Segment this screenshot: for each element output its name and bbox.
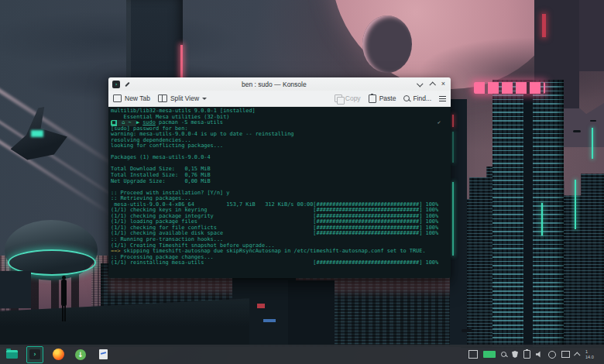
taskbar: 1 14.0 [0, 345, 604, 364]
clipboard-icon[interactable] [523, 350, 530, 359]
green-indicator[interactable] [483, 351, 496, 358]
find-icon [403, 95, 410, 101]
wallpaper-flying-vehicle [573, 130, 581, 132]
wallpaper-roof-structure [0, 271, 31, 308]
terminal-line: (1/1) reinstalling mesa-utils [#########… [111, 260, 451, 266]
wallpaper-tower-windows [492, 80, 564, 347]
titlebar[interactable]: ben : sudo — Konsole × [108, 77, 451, 91]
wallpaper-roof-light [257, 304, 265, 308]
pin-icon [125, 81, 129, 86]
find-button[interactable]: Find... [403, 94, 431, 102]
wallpaper-pink-neon-sign [474, 82, 545, 94]
find-label: Find... [413, 94, 431, 102]
volume-icon[interactable] [536, 351, 543, 358]
split-view-label: Split View [170, 94, 199, 102]
wallpaper-teal-neon [541, 203, 543, 235]
maximize-button[interactable] [429, 81, 435, 88]
taskbar-item-document[interactable] [95, 347, 111, 362]
wallpaper-teal-neon [452, 182, 454, 256]
pager-icon[interactable] [468, 350, 478, 359]
firefox-icon [53, 349, 64, 360]
new-tab-label: New Tab [125, 94, 150, 102]
wallpaper-roof-light [263, 319, 276, 322]
terminal-line: Net Upgrade Size: 0,00 MiB [111, 179, 451, 185]
key-icon[interactable] [501, 352, 506, 357]
hamburger-menu-icon [439, 96, 446, 101]
wallpaper-teal-neon [452, 132, 454, 163]
wallpaper-crescent-moon [362, 15, 412, 73]
window-title: ben : sudo — Konsole [133, 81, 415, 88]
paste-label: Paste [379, 94, 396, 102]
wallpaper-roof-structure [288, 280, 335, 345]
display-icon[interactable] [561, 351, 570, 358]
wallpaper-tower [579, 0, 604, 71]
konsole-icon [29, 349, 40, 359]
clock-line2: 14.0 [585, 355, 594, 359]
konsole-window: ben : sudo — Konsole × New Tab Split Vie… [108, 77, 451, 278]
document-icon [99, 349, 108, 359]
files-icon [6, 350, 18, 359]
wallpaper-spaceship-glow [31, 130, 43, 137]
wallpaper-teal-neon [575, 180, 576, 229]
copy-button[interactable]: Copy [335, 94, 361, 102]
chevron-down-icon [202, 98, 207, 100]
wallpaper-red-neon [452, 115, 454, 127]
updater-icon [75, 349, 86, 360]
new-tab-icon [113, 94, 122, 102]
menu-button[interactable] [439, 96, 446, 101]
split-view-button[interactable]: Split View [158, 94, 207, 102]
taskbar-item-files[interactable] [4, 347, 19, 362]
taskbar-item-updater[interactable] [73, 347, 88, 362]
close-button[interactable]: × [441, 81, 445, 88]
wallpaper-person-silhouette [62, 305, 66, 321]
new-tab-button[interactable]: New Tab [113, 94, 150, 102]
network-icon[interactable] [548, 351, 556, 359]
wallpaper-person-silhouette [61, 280, 67, 306]
taskbar-item-konsole-active[interactable] [26, 346, 43, 363]
toolbar: New Tab Split View Copy Paste Find... [108, 91, 451, 107]
wallpaper-flying-vehicle [462, 329, 472, 332]
copy-icon [335, 94, 342, 102]
wallpaper-teal-neon [592, 128, 593, 159]
split-view-icon [158, 94, 167, 102]
minimize-button[interactable] [417, 81, 423, 87]
copy-label: Copy [345, 94, 361, 102]
terminal-line: looking for conflicting packages... [111, 143, 451, 149]
terminal-output[interactable]: multilib/lib32-mesa-utils 9.0.0-1 [insta… [108, 107, 451, 278]
shield-icon[interactable] [512, 351, 518, 358]
task-icons [0, 346, 111, 363]
expand-caret-icon[interactable] [574, 352, 580, 358]
clock[interactable]: 1 14.0 [585, 349, 604, 359]
paste-icon [369, 94, 376, 103]
wallpaper-red-neon [542, 14, 546, 37]
taskbar-item-firefox[interactable] [50, 347, 66, 362]
terminal-line: Packages (1) mesa-utils-9.0.0-4 [111, 155, 451, 161]
paste-button[interactable]: Paste [369, 94, 396, 103]
konsole-window-icon [112, 81, 120, 88]
clock-line1: 1 [585, 349, 588, 354]
wallpaper-flying-vehicle [590, 120, 596, 122]
system-tray: 1 14.0 [468, 349, 604, 359]
